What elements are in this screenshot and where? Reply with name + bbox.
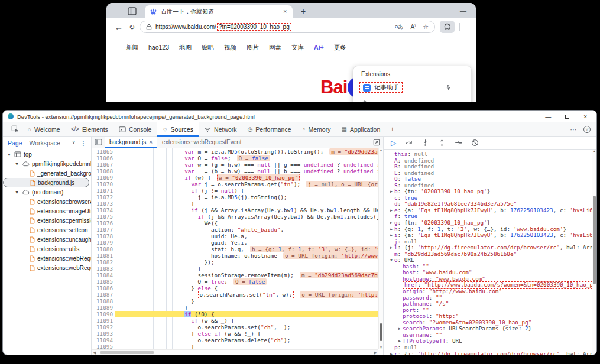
navigator-tab-page[interactable]: Page	[8, 139, 22, 147]
expander-icon[interactable]: ▶	[388, 232, 394, 239]
inspect-element-icon[interactable]	[8, 122, 22, 136]
step-icon[interactable]	[455, 139, 462, 147]
code-line[interactable]: 11075 if (j && Array.isArray(Ue.y.bw1) &…	[92, 213, 378, 220]
baidu-nav-link[interactable]: hao123	[148, 44, 169, 52]
expander-icon[interactable]: ▼	[388, 257, 394, 264]
code-line[interactable]: 11088 }	[92, 298, 378, 304]
baidu-nav-link[interactable]: 新闻	[126, 44, 138, 52]
line-number[interactable]: 11067	[92, 161, 115, 168]
line-number[interactable]: 11074	[92, 207, 115, 213]
extensions-button[interactable]	[440, 21, 455, 33]
expander-icon[interactable]: ▼	[7, 152, 12, 157]
more-tools-button[interactable]: +	[385, 125, 399, 134]
devtools-help-icon[interactable]: ?	[583, 126, 591, 133]
expander-icon[interactable]: ▶	[388, 188, 394, 195]
line-number[interactable]: 11080	[92, 246, 115, 252]
editor-overflow-icon[interactable]	[370, 136, 383, 148]
code-line[interactable]: 11089 }	[92, 304, 378, 311]
line-number[interactable]: 11094	[92, 337, 115, 343]
line-number[interactable]: 11095	[92, 343, 115, 349]
manage-extensions-item[interactable]: Manage extensions	[353, 97, 471, 102]
code-line[interactable]: 11067 var w = (g = h.w) === null || g ==…	[92, 161, 378, 168]
lock-icon[interactable]	[146, 24, 152, 30]
translate-icon[interactable]: aあ	[395, 23, 403, 31]
tree-item-extensions-browseraction[interactable]: extensions::browserAction	[3, 197, 91, 206]
code-line[interactable]: 11077 action: "white_baidu",	[92, 226, 378, 233]
navigator-tab-workspace[interactable]: Workspace	[30, 139, 60, 147]
code-line[interactable]: 11083 }	[92, 265, 378, 272]
baidu-nav-link[interactable]: 文库	[291, 44, 304, 52]
code-line[interactable]: 11091 if (w && _) {	[92, 317, 378, 324]
line-number[interactable]: 11089	[92, 304, 115, 311]
line-number[interactable]: 11086	[92, 285, 115, 291]
scope-scrollbar[interactable]: ▲	[592, 150, 596, 355]
code-line[interactable]: 11066 var O = false;O = false	[92, 155, 378, 161]
devtools-minimize-button[interactable]: —	[545, 113, 551, 120]
baidu-nav-link[interactable]: 地图	[179, 44, 192, 52]
tree-item-extensions-seticon[interactable]: extensions::setIcon	[3, 225, 91, 235]
code-line[interactable]: 11095 }	[92, 343, 378, 349]
baidu-nav-link[interactable]: 贴吧	[202, 44, 214, 52]
code-line[interactable]: 11085 O = true;O = false	[92, 278, 378, 285]
line-number[interactable]: 11076	[92, 220, 115, 226]
baidu-nav-link[interactable]: 视频	[224, 44, 236, 52]
line-number[interactable]: 11078	[92, 233, 115, 239]
expander-icon[interactable]: ▶	[388, 220, 394, 226]
line-number[interactable]: 11068	[92, 168, 115, 174]
devtools-tab-sources[interactable]: ☼Sources	[157, 122, 199, 136]
resume-script-icon[interactable]: ▷	[391, 139, 396, 147]
expander-icon[interactable]: ▶	[397, 326, 403, 332]
code-line[interactable]: 11072 j = ie.a.MD5(j).toString();	[92, 194, 378, 200]
code-line[interactable]: 11076 We({	[92, 220, 378, 226]
code-line[interactable]: 11082 });	[92, 259, 378, 265]
expander-icon[interactable]: ▶	[388, 226, 394, 233]
line-number[interactable]: 11093	[92, 330, 115, 337]
baidu-nav-link[interactable]: 网盘	[269, 44, 281, 52]
back-icon[interactable]: ←	[115, 22, 123, 32]
line-number[interactable]: 11069	[92, 174, 115, 181]
line-number[interactable]: 11070	[92, 181, 115, 187]
browser-minimize-button[interactable]: —	[460, 7, 466, 18]
code-line[interactable]: 11081 hostname: o.hostnameo = URL {origi…	[92, 252, 378, 259]
tree-item-top[interactable]: ▼top	[3, 150, 91, 159]
devtools-restore-button[interactable]	[565, 115, 569, 119]
line-number[interactable]: 11085	[92, 278, 115, 285]
editor-horizontal-scrollbar[interactable]: ◀ ▶	[92, 349, 378, 355]
line-number[interactable]: 11072	[92, 194, 115, 200]
line-number[interactable]: 11081	[92, 252, 115, 259]
close-tab-icon[interactable]: ×	[149, 139, 153, 145]
devtools-tab-elements[interactable]: </>Elements	[66, 122, 113, 136]
devtools-tab-memory[interactable]: ◔Memory	[296, 122, 336, 136]
line-number[interactable]: 11073	[92, 200, 115, 207]
expander-icon[interactable]: ▶	[388, 207, 394, 214]
extension-more-icon[interactable]: ...	[459, 84, 465, 90]
line-number[interactable]: 11066	[92, 155, 115, 161]
baidu-nav-link[interactable]: 更多	[334, 44, 346, 52]
code-line[interactable]: 11080 stat: h.g,h = {g: 1, f: 1, t: '3',…	[92, 246, 378, 252]
step-into-icon[interactable]	[421, 139, 429, 147]
line-number[interactable]: 11088	[92, 298, 115, 304]
baidu-nav-link[interactable]: 图片	[247, 44, 259, 52]
line-number[interactable]: 11092	[92, 324, 115, 330]
tab-search-icon[interactable]	[128, 7, 137, 15]
editor-vertical-scrollbar[interactable]: ▲ ▼	[378, 148, 383, 349]
tree-item-extensions-permissions[interactable]: extensions::permissions	[3, 216, 91, 225]
tree-item-extensions-webrequest-[interactable]: extensions::webRequest...	[3, 263, 91, 272]
code-line[interactable]: 11074 if (j && Array.isArray(Ue.y.bw1) &…	[92, 207, 378, 213]
tree-item-extensions-uncaught-ex-[interactable]: extensions::uncaught_ex...	[3, 235, 91, 244]
line-number[interactable]: 11075	[92, 213, 115, 220]
step-out-icon[interactable]	[438, 139, 446, 147]
code-line[interactable]: 11092 o.searchParams.set("ch", _);	[92, 324, 378, 330]
devtools-tab-network[interactable]: Network	[199, 122, 242, 136]
code-line[interactable]: 11069 if (w) {w = "02003390_10_hao_pg"	[92, 174, 378, 181]
tree-item--no-domain-[interactable]: ▼(no domain)	[3, 187, 91, 197]
line-number[interactable]: 11087	[92, 291, 115, 298]
deactivate-breakpoints-icon[interactable]	[471, 139, 479, 147]
favorite-star-icon[interactable]: ☆	[423, 23, 429, 31]
code-line[interactable]: 11070 var j = o.searchParams.get("tn");j…	[92, 181, 378, 187]
line-number[interactable]: 11084	[92, 272, 115, 278]
devtools-tab-performance[interactable]: ◷Performance	[242, 122, 297, 136]
tree-item-extensions-imageutil[interactable]: extensions::imageUtil	[3, 206, 91, 216]
browser-tab[interactable]: 百度一下，你就知道 ×	[145, 5, 293, 18]
expander-icon[interactable]: ▼	[14, 190, 20, 194]
